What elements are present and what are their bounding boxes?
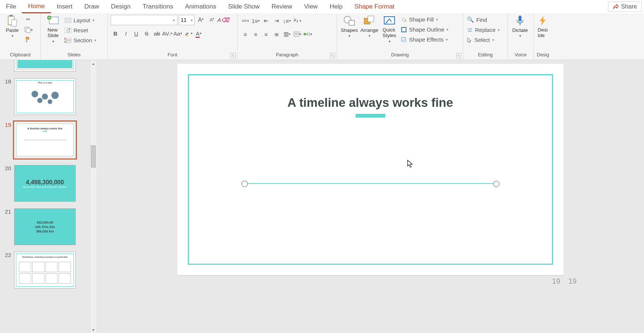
shape-fill-button[interactable]: Shape Fill▾	[400, 16, 449, 23]
shape-effects-label: Shape Effects	[409, 36, 444, 43]
decrease-font-icon: A▾	[210, 17, 215, 23]
svg-rect-15	[65, 41, 65, 43]
shadow-button[interactable]: ab	[152, 29, 162, 38]
columns-button[interactable]: ▥▾	[282, 30, 292, 39]
shape-effects-button[interactable]: Shape Effects▾	[400, 36, 449, 43]
tab-slideshow[interactable]: Slide Show	[222, 0, 266, 13]
tab-design[interactable]: Design	[105, 0, 137, 13]
clear-formatting-button[interactable]: A⌫	[218, 16, 228, 24]
smartart-button[interactable]: ▾	[303, 30, 313, 39]
paragraph-dialog-launcher[interactable]: ⤡	[330, 53, 335, 58]
section-button[interactable]: Section▾	[64, 36, 97, 44]
underline-icon: U	[134, 30, 138, 37]
font-name-combo[interactable]: ▾	[111, 15, 177, 25]
dictate-button[interactable]: Dictate▾	[511, 15, 529, 38]
share-button[interactable]: Share	[608, 1, 642, 12]
replace-button[interactable]: Replace▾	[466, 26, 500, 34]
chevron-down-icon: ▾	[389, 39, 390, 43]
tab-draw[interactable]: Draw	[78, 0, 105, 13]
svg-rect-30	[519, 16, 522, 22]
paste-button[interactable]: Paste ▾	[3, 15, 22, 38]
chevron-down-icon: ▾	[52, 39, 54, 43]
quick-styles-button[interactable]: Quick Styles▾	[380, 15, 399, 43]
drawing-dialog-launcher[interactable]: ⤡	[456, 53, 461, 58]
current-slide[interactable]: A timeline always works fine	[177, 64, 563, 275]
align-center-icon: ≡	[254, 31, 258, 37]
align-center-button[interactable]: ≡	[251, 30, 261, 39]
tab-view[interactable]: View	[298, 0, 324, 13]
change-case-button[interactable]: Aa▾	[173, 29, 183, 38]
design-ideas-button[interactable]: Desi Ide	[537, 15, 549, 39]
align-text-button[interactable]: ▾	[292, 30, 302, 39]
bullets-button[interactable]: ≔▾	[241, 16, 250, 25]
tab-insert[interactable]: Insert	[51, 0, 79, 13]
char-spacing-button[interactable]: AV↕▾	[163, 29, 172, 38]
cut-button[interactable]: ✂	[23, 15, 33, 24]
align-right-button[interactable]: ≡	[261, 30, 271, 39]
ribbon: Paste ▾ ✂ ▾ Clipboard New Slide ▾ Layout…	[0, 13, 644, 60]
tab-animations[interactable]: Animations	[179, 0, 222, 13]
effects-icon	[401, 37, 407, 43]
decrease-indent-button[interactable]: ⇤	[261, 16, 271, 25]
thumb-slide-21[interactable]: 333,000.00 24h 37m 23s 386,000 km	[14, 208, 76, 245]
highlight-button[interactable]: ▾	[183, 29, 193, 38]
copy-icon	[24, 26, 31, 33]
scroll-down-button[interactable]: ▾	[90, 326, 97, 333]
scroll-thumb[interactable]	[91, 145, 96, 168]
thumb-slide-17[interactable]	[14, 60, 76, 72]
tab-home[interactable]: Home	[22, 0, 50, 13]
chevron-down-icon: ▾	[369, 34, 370, 38]
chevron-down-icon: ▾	[498, 28, 500, 32]
bold-button[interactable]: B	[111, 29, 120, 38]
tab-file[interactable]: File	[0, 0, 22, 13]
thumb-slide-18[interactable]: This is a map	[14, 78, 76, 115]
strike-button[interactable]: S	[142, 29, 151, 38]
numbering-button[interactable]: 1≡▾	[251, 16, 261, 25]
font-dialog-launcher[interactable]: ⤡	[231, 53, 236, 58]
line-spacing-button[interactable]: ↕≡▾	[282, 16, 292, 25]
tab-review[interactable]: Review	[266, 0, 298, 13]
timeline-shape[interactable]	[244, 183, 497, 184]
thumb-num-19: 19	[3, 122, 11, 128]
format-painter-button[interactable]	[23, 36, 33, 44]
align-left-button[interactable]: ≡	[241, 30, 250, 39]
italic-button[interactable]: I	[121, 29, 131, 38]
thumb-slide-19[interactable]: A timeline always works fine	[14, 122, 76, 158]
layout-button[interactable]: Layout▾	[64, 16, 97, 24]
copy-button[interactable]: ▾	[23, 25, 33, 34]
justify-button[interactable]: ≣	[272, 30, 281, 39]
scroll-up-button[interactable]: ▴	[90, 60, 97, 67]
arrange-button[interactable]: Arrange▾	[360, 15, 379, 38]
underline-button[interactable]: U	[131, 29, 141, 38]
reset-button[interactable]: Reset	[64, 26, 97, 34]
font-color-button[interactable]: A▾	[194, 29, 203, 38]
tab-help[interactable]: Help	[324, 0, 349, 13]
increase-indent-button[interactable]: ⇥	[272, 16, 281, 25]
font-size-combo[interactable]: 11▾	[179, 15, 194, 25]
new-slide-button[interactable]: New Slide ▾	[44, 15, 62, 43]
layout-label: Layout	[73, 17, 90, 23]
decrease-font-button[interactable]: A▾	[207, 16, 217, 24]
shapes-button[interactable]: Shapes▾	[340, 15, 359, 38]
slide-number-label: 19	[552, 277, 560, 286]
find-button[interactable]: 🔍Find	[466, 16, 500, 24]
thumb-scrollbar[interactable]: ▴ ▾	[90, 60, 97, 333]
thumb-slide-20[interactable]: 4,498,300,000 Big numbers catch your aud…	[14, 165, 76, 202]
thumb-num-20: 20	[3, 165, 11, 171]
slide-canvas-area[interactable]: A timeline always works fine 19 19	[97, 60, 644, 333]
increase-font-button[interactable]: A▴	[196, 16, 206, 24]
svg-rect-8	[65, 19, 71, 20]
align-right-icon: ≡	[265, 31, 268, 37]
thumb-slide-22[interactable]: Sometimes, reviewing concepts is a good …	[14, 252, 76, 289]
text-direction-button[interactable]: A▾	[292, 16, 302, 25]
shape-outline-button[interactable]: Shape Outline▾	[400, 26, 449, 33]
mic-icon	[514, 15, 526, 27]
line-spacing-icon: ↕≡	[283, 18, 289, 24]
char-spacing-icon: AV↕	[162, 30, 171, 37]
chevron-down-icon: ▾	[94, 38, 96, 42]
select-button[interactable]: Select▾	[466, 36, 500, 44]
tab-transitions[interactable]: Transitions	[137, 0, 179, 13]
tab-shape-format[interactable]: Shape Format	[349, 0, 401, 13]
group-drawing: Shapes▾ Arrange▾ Quick Styles▾ Shape Fil…	[337, 13, 463, 60]
slide-title[interactable]: A timeline always works fine	[177, 96, 563, 110]
